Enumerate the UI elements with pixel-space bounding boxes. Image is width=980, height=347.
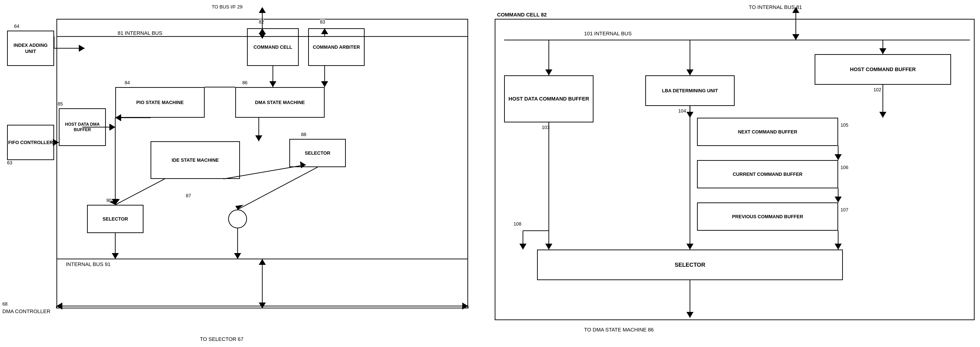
svg-marker-2: [259, 7, 266, 13]
ref-105: 105: [840, 122, 848, 128]
right-internal-bus-label: 101 INTERNAL BUS: [584, 30, 632, 37]
main-container: TO BUS I/F 29 81 INTERNAL BUS 82 83 COMM…: [0, 0, 980, 347]
dma-controller-label: DMA CONTROLLER: [2, 309, 50, 315]
ref-64-label: 64: [14, 24, 19, 29]
command-cell-box: COMMAND CELL: [247, 28, 299, 66]
selector-box: SELECTOR: [537, 249, 843, 280]
ref-85: 85: [57, 101, 63, 107]
ide-state-machine-box: IDE STATE MACHINE: [151, 141, 240, 179]
fifo-controller-box: FIFO CONTROLLER: [7, 125, 54, 160]
ref-86: 86: [242, 80, 247, 85]
ref-90: 90: [106, 198, 111, 203]
dma-controller-num: 68: [2, 301, 8, 307]
left-diagram: TO BUS I/F 29 81 INTERNAL BUS 82 83 COMM…: [0, 0, 490, 347]
host-command-buffer-box: HOST COMMAND BUFFER: [815, 54, 951, 85]
internal-bus-bottom-label: INTERNAL BUS 91: [66, 261, 111, 267]
host-data-command-buffer-box: HOST DATA COMMAND BUFFER: [504, 75, 593, 122]
ref-88: 88: [301, 132, 306, 137]
ref-82: 82: [259, 19, 264, 25]
to-selector-label: TO SELECTOR 67: [200, 336, 243, 342]
ref-107: 107: [840, 207, 848, 213]
lba-determining-unit-box: LBA DETERMINING UNIT: [645, 75, 735, 106]
internal-bus-label: 81 INTERNAL BUS: [118, 30, 162, 36]
pio-state-machine-box: PIO STATE MACHINE: [115, 87, 205, 118]
host-data-dma-buffer-box: HOST DATA DMA BUFFER: [59, 108, 106, 146]
ref-106: 106: [840, 165, 848, 170]
next-command-buffer-box: NEXT COMMAND BUFFER: [697, 118, 838, 146]
ref-63: 63: [7, 160, 12, 165]
to-bus-label: TO BUS I/F 29: [212, 4, 243, 10]
index-adding-unit-box: INDEX ADDING UNIT: [7, 30, 54, 66]
previous-command-buffer-box: PREVIOUS COMMAND BUFFER: [697, 203, 838, 231]
ref-102: 102: [873, 87, 881, 93]
or-gate: [228, 209, 247, 229]
ref-87: 87: [186, 193, 191, 198]
current-command-buffer-box: CURRENT COMMAND BUFFER: [697, 160, 838, 188]
dma-state-machine-box: DMA STATE MACHINE: [235, 87, 325, 118]
command-arbiter-box: COMMAND ARBITER: [308, 28, 364, 66]
ref-84: 84: [125, 80, 130, 85]
selector-90-box: SELECTOR: [87, 205, 143, 233]
to-dma-label: TO DMA STATE MACHINE 86: [584, 327, 654, 333]
to-internal-bus-label: TO INTERNAL BUS 81: [749, 4, 802, 10]
ref-104: 104: [678, 108, 686, 114]
command-cell-label: COMMAND CELL 82: [497, 12, 547, 18]
ref-83: 83: [320, 19, 325, 25]
selector-88-box: SELECTOR: [290, 139, 346, 167]
ref-103: 103: [542, 125, 549, 130]
right-diagram: COMMAND CELL 82 TO INTERNAL BUS 81 101 I…: [490, 0, 980, 347]
ref-108: 108: [514, 221, 521, 227]
